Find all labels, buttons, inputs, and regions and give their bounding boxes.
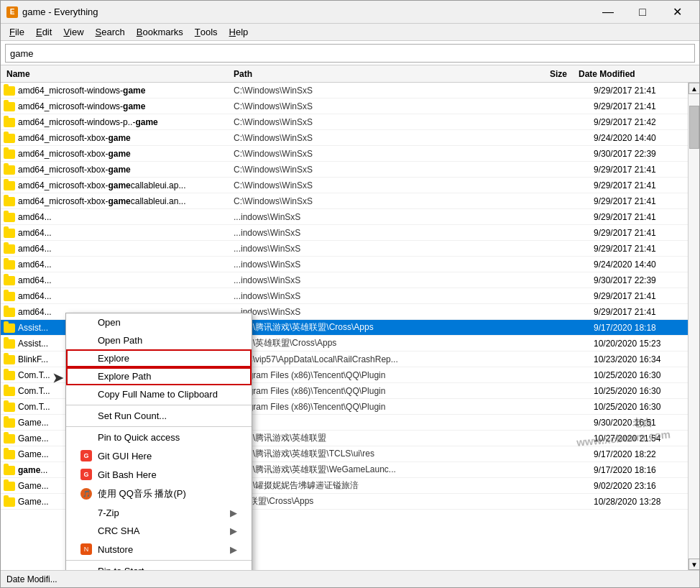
folder-icon [1, 480, 18, 492]
arrow-indicator: ➤ [52, 370, 67, 382]
menu-help[interactable]: Help [224, 24, 254, 40]
col-header-date[interactable]: Date Modified [573, 69, 688, 79]
app-icon: E [6, 6, 18, 18]
file-date: 10/23/2020 16:34 [588, 354, 699, 364]
file-date: 10/25/2020 16:30 [588, 370, 699, 380]
ctx-label: Open [98, 317, 121, 328]
ctx-item-explore[interactable]: Explore [66, 349, 252, 367]
git-icon: G [80, 450, 92, 461]
table-row[interactable]: amd64......indows\WinSxS9/24/2020 14:40 [1, 257, 699, 272]
ctx-label: Explore Path [98, 371, 151, 382]
folder-icon [1, 211, 18, 223]
file-path: C:\Windows\WinSxS [234, 149, 530, 159]
folder-icon [1, 132, 18, 144]
table-row[interactable]: amd64_microsoft-windows-p..-gameC:\Windo… [1, 114, 699, 130]
file-path: ...me\英雄联盟\Cross\Apps [234, 337, 530, 349]
file-date: 10/28/2020 13:28 [588, 497, 699, 507]
table-row[interactable]: amd64......indows\WinSxS9/29/2017 21:41 [1, 288, 699, 304]
table-row[interactable]: amd64......indows\WinSxS9/29/2017 21:41 [1, 225, 699, 241]
menu-tools[interactable]: Tools [189, 24, 224, 40]
table-row[interactable]: amd64_microsoft-xbox-gameC:\Windows\WinS… [1, 162, 699, 178]
file-path: ...indows\WinSxS [234, 307, 530, 317]
file-path: C:\Windows\WinSxS [234, 180, 530, 190]
col-header-size[interactable]: Size [515, 69, 573, 79]
ctx-item-git-gui[interactable]: GGit GUI Here [66, 446, 252, 465]
ctx-item-git-bash[interactable]: GGit Bash Here [66, 465, 252, 484]
file-path: ...me\腾讯游戏\英雄联盟\Cross\Apps [234, 321, 530, 334]
menu-edit[interactable]: Edit [30, 24, 57, 40]
ctx-label: Git Bash Here [98, 469, 157, 480]
table-row[interactable]: amd64......indows\WinSxS9/30/2017 22:39 [1, 272, 699, 288]
folder-icon [1, 259, 18, 270]
ctx-item-open[interactable]: Open [66, 313, 252, 331]
folder-icon [1, 496, 18, 507]
ctx-item-explore-path[interactable]: Explore Path [66, 367, 252, 385]
ctx-item-set-run-count[interactable]: Set Run Count... [66, 407, 252, 425]
folder-icon [1, 290, 18, 302]
ctx-label: Copy Full Name to Clipboard [98, 389, 218, 400]
scroll-down-arrow[interactable]: ▼ [689, 559, 699, 570]
ctx-label: Open Path [98, 335, 142, 346]
scroll-up-arrow[interactable]: ▲ [689, 83, 699, 94]
status-bar: Date Modifi... [1, 570, 699, 587]
file-name: amd64_microsoft-xbox-game [18, 149, 234, 159]
minimize-button[interactable]: — [591, 2, 625, 22]
folder-icon [1, 354, 18, 365]
menu-search[interactable]: Search [90, 24, 131, 40]
menu-bookmarks[interactable]: Bookmarks [131, 24, 189, 40]
ctx-item-open-path[interactable]: Open Path [66, 331, 252, 349]
menu-file[interactable]: File [4, 24, 30, 40]
file-path: C:\Windows\WinSxS [234, 86, 530, 96]
ctx-item-qq-music[interactable]: 🎵使用 QQ音乐 播放(P) [66, 484, 252, 504]
table-row[interactable]: amd64_microsoft-windows-gameC:\Windows\W… [1, 98, 699, 114]
file-path: C:\Windows\WinSxS [234, 101, 530, 111]
title-bar: E game - Everything — □ ✕ [1, 1, 699, 24]
table-row[interactable]: amd64_microsoft-xbox-gamecallableui.an..… [1, 193, 699, 209]
menu-view[interactable]: View [57, 24, 89, 40]
table-row[interactable]: amd64......indows\WinSxS9/29/2017 21:41 [1, 241, 699, 257]
ctx-item-copy-full-name[interactable]: Copy Full Name to Clipboard [66, 385, 252, 403]
ctx-item-7zip[interactable]: 7-Zip▶ [66, 504, 252, 522]
table-row[interactable]: amd64_microsoft-xbox-gameC:\Windows\WinS… [1, 146, 699, 162]
scrollbar[interactable]: ▲ ▼ [688, 83, 699, 570]
scrollbar-thumb[interactable] [689, 106, 699, 149]
file-list: amd64_microsoft-windows-gameC:\Windows\W… [1, 83, 699, 570]
git-icon: G [80, 469, 92, 480]
file-path: ...me\腾讯游戏\英雄联盟\WeGameLaunc... [234, 464, 530, 476]
file-name: amd64... [18, 228, 234, 238]
ctx-item-nutstore[interactable]: NNutstore▶ [66, 540, 252, 559]
folder-icon [1, 369, 18, 381]
ctx-item-pin-quick[interactable]: Pin to Quick access [66, 428, 252, 446]
ctx-item-pin-start[interactable]: Pin to Start [66, 562, 252, 570]
nutstore-icon: N [80, 543, 92, 555]
maximize-button[interactable]: □ [626, 2, 659, 22]
ctx-separator [66, 405, 252, 405]
folder-icon [1, 464, 18, 476]
close-button[interactable]: ✕ [660, 2, 694, 22]
file-path: C:\Windows\WinSxS [234, 165, 530, 175]
table-row[interactable]: amd64_microsoft-windows-gameC:\Windows\W… [1, 83, 699, 98]
search-input[interactable] [5, 44, 695, 63]
table-row[interactable]: amd64_microsoft-xbox-gameC:\Windows\WinS… [1, 130, 699, 146]
ctx-separator [66, 560, 252, 561]
folder-icon [1, 196, 18, 207]
status-text: Date Modifi... [6, 574, 57, 584]
file-path: ...rogram Files (x86)\Tencent\QQ\Plugin [234, 370, 530, 380]
col-header-path[interactable]: Path [231, 69, 515, 79]
table-row[interactable]: amd64......indows\WinSxS9/29/2017 21:41 [1, 209, 699, 225]
ctx-item-crc-sha[interactable]: CRC SHA▶ [66, 522, 252, 540]
folder-icon [1, 227, 18, 239]
file-date: 9/24/2020 14:40 [588, 133, 699, 143]
file-name: amd64... [18, 244, 234, 254]
file-path: ...ers\vip57\AppData\Local\RailCrashRep.… [234, 354, 530, 364]
file-date: 9/29/2017 21:41 [588, 291, 699, 301]
table-row[interactable]: amd64_microsoft-xbox-gamecallableui.ap..… [1, 178, 699, 193]
file-path: C:\Windows\WinSxS [234, 117, 530, 127]
ctx-submenu-arrow: ▶ [230, 507, 237, 518]
file-date: 10/25/2020 16:30 [588, 402, 699, 412]
folder-icon [1, 306, 18, 318]
col-header-name[interactable]: Name [1, 69, 231, 79]
file-date: 10/27/2020 21:54 [588, 433, 699, 444]
ctx-separator [66, 426, 252, 427]
folder-icon [1, 243, 18, 254]
